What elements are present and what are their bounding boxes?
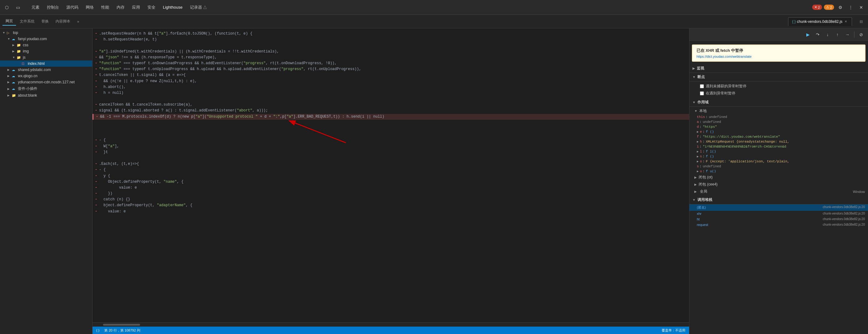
- var-expand-n[interactable]: ▶: [697, 155, 699, 158]
- callstack-name-request: request: [697, 223, 708, 227]
- code-line-29: - catch (n) {}: [93, 197, 689, 202]
- cloud-icon-shared: ☁: [12, 68, 17, 72]
- code-line-12: -: [93, 96, 689, 102]
- line-minus-19: -: [95, 137, 97, 143]
- tab-overrides[interactable]: 替换: [38, 18, 52, 25]
- tree-item-yijian[interactable]: ▶ ☁ 壹件·小插件: [0, 85, 92, 92]
- deactivate-breakpoints-button[interactable]: ⊘: [857, 30, 866, 39]
- line-content-2: h.setRequestHeader(e, t): [99, 37, 157, 43]
- settings-icon[interactable]: ⚙: [836, 3, 844, 12]
- folder-icon-js: 📁: [17, 56, 22, 60]
- breakpoint-caught-checkbox[interactable]: [700, 91, 704, 95]
- more-options-icon[interactable]: ⋮: [846, 3, 855, 12]
- tree-label-css: css: [23, 43, 28, 47]
- local-scope-header[interactable]: ▼ 本地: [689, 107, 868, 114]
- device-mode-icon[interactable]: ▭: [13, 3, 22, 12]
- tree-item-about-blank[interactable]: ▶ 📁 about:blank: [0, 92, 92, 99]
- step-button[interactable]: →: [843, 30, 851, 39]
- callstack-item-xhr[interactable]: xhr chunk-vendors.0db38e82.js:20: [689, 211, 868, 216]
- resume-button[interactable]: ▶: [804, 30, 812, 39]
- var-name-s: s: [697, 165, 699, 168]
- horizontal-scrollbar[interactable]: [93, 322, 689, 327]
- step-over-button[interactable]: ↷: [813, 30, 822, 39]
- line-minus-21: -: [95, 149, 97, 155]
- main-area: ▼ ▷ top ▼ ☁ fanyi.youdao.com ▶ 📁 css ▶ 📁…: [0, 28, 868, 334]
- var-expand-h[interactable]: ▶: [697, 140, 699, 143]
- tree-item-img[interactable]: ▶ 📁 img: [0, 48, 92, 54]
- tree-arrow-about: ▶: [7, 94, 12, 97]
- var-expand-o[interactable]: ▶: [697, 160, 699, 163]
- var-expand-l[interactable]: ▶: [697, 150, 699, 154]
- tree-item-shared[interactable]: ▶ ☁ shared.ydstatic.com: [0, 67, 92, 73]
- watch-arrow: ▶: [692, 67, 695, 70]
- tree-item-js[interactable]: ▼ 📁 js: [0, 54, 92, 60]
- menu-security[interactable]: 安全: [144, 3, 159, 11]
- var-expand-e[interactable]: ▶: [697, 130, 699, 134]
- tree-item-ydluna[interactable]: ▶ ☁ ydlunacommon-cdn.nosdn.127.net: [0, 79, 92, 85]
- tab-more[interactable]: »: [74, 18, 82, 25]
- line-minus-24: -: [95, 167, 97, 173]
- error-count-badge[interactable]: ✕ 2: [812, 5, 822, 10]
- callstack-item-request[interactable]: request chunk-vendors.0db38e82.js:20: [689, 222, 868, 227]
- closure-ot-header[interactable]: ▶ 闭包 (ot): [689, 174, 868, 181]
- global-scope-label: 全局: [700, 189, 707, 194]
- code-line-13: - cancelToken && t.cancelToken.subscribe…: [93, 102, 689, 108]
- top-menubar: ⬡ ▭ 元素 控制台 源代码 网络 性能 内存 应用 安全 Lighthouse…: [0, 0, 868, 15]
- menu-application[interactable]: 应用: [129, 3, 143, 11]
- var-expand-u[interactable]: ▶: [697, 169, 699, 173]
- code-line-21: - }t: [93, 149, 689, 155]
- panel-split-icon[interactable]: ⊟: [857, 17, 866, 26]
- line-minus-15: -: [96, 114, 98, 120]
- cloud-icon-ydluna: ☁: [12, 80, 17, 84]
- step-into-button[interactable]: ↓: [823, 30, 832, 39]
- close-devtools-icon[interactable]: ✕: [857, 3, 866, 12]
- tree-label-yijian: 壹件·小插件: [18, 86, 37, 91]
- devtools-icons: ⬡ ▭: [2, 3, 22, 12]
- file-tab-active[interactable]: { } chunk-vendors.0db38e82.js ✕: [788, 17, 852, 26]
- close-file-tab-button[interactable]: ✕: [844, 20, 848, 24]
- tree-arrow-wx: ▶: [7, 75, 12, 78]
- menu-performance[interactable]: 性能: [98, 3, 112, 11]
- cloud-icon-youdao: ☁: [12, 37, 17, 41]
- tree-item-top[interactable]: ▼ ▷ top: [0, 30, 92, 36]
- closure-cee4-header[interactable]: ▶ 闭包 (cee4): [689, 181, 868, 188]
- menu-lighthouse[interactable]: Lighthouse: [160, 4, 186, 11]
- line-minus-5: -: [95, 55, 97, 60]
- inspect-element-icon[interactable]: ⬡: [2, 3, 11, 12]
- menu-memory[interactable]: 内存: [114, 3, 128, 11]
- watch-section-header[interactable]: ▶ 监视: [689, 64, 868, 73]
- tree-item-youdao[interactable]: ▼ ☁ fanyi.youdao.com: [0, 36, 92, 42]
- tree-item-css[interactable]: ▶ 📁 css: [0, 42, 92, 48]
- line-content-23: .Each(st, (t,e)=>{: [99, 161, 139, 167]
- menu-elements[interactable]: 元素: [28, 3, 42, 11]
- line-minus-14: -: [95, 108, 97, 114]
- scope-section-header[interactable]: ▼ 作用域: [689, 98, 868, 107]
- tree-label-wx: wx.qlogo.cn: [18, 74, 37, 78]
- menu-console[interactable]: 控制台: [44, 3, 62, 11]
- tree-arrow-yijian: ▶: [7, 87, 12, 90]
- breakpoints-content: 遇到未捕获的异常时暂停 在遇到异常时暂停: [689, 82, 868, 98]
- global-scope-header[interactable]: ▶ 全局 Window: [689, 188, 868, 195]
- code-line-26: - Object.defineProperty(t, "name", {: [93, 179, 689, 185]
- call-stack-section-header[interactable]: ▼ 调用堆栈: [689, 196, 868, 204]
- breakpoints-section-header[interactable]: ▼ 断点: [689, 73, 868, 82]
- breakpoint-uncaught-checkbox[interactable]: [700, 84, 704, 88]
- tab-webpage[interactable]: 网页: [2, 17, 16, 26]
- tab-content-scripts[interactable]: 内容脚本: [53, 18, 73, 25]
- menu-recorder[interactable]: 记录器 △: [187, 3, 210, 11]
- callstack-item-ht[interactable]: ht chunk-vendors.0db38e82.js:20: [689, 216, 868, 222]
- cloud-icon-yijian: ☁: [12, 87, 17, 91]
- var-name-i: i: [697, 145, 699, 148]
- menu-network[interactable]: 网络: [83, 3, 97, 11]
- tree-item-index-html[interactable]: ▶ ⊡ index.html: [0, 60, 92, 67]
- var-value-this: undefined: [709, 115, 727, 119]
- tab-filesystem[interactable]: 文件系统: [17, 18, 38, 25]
- menu-sources[interactable]: 源代码: [63, 3, 82, 11]
- code-content[interactable]: - .setRequestHeader(n h && t["a"].forEac…: [93, 28, 689, 322]
- warning-count-badge[interactable]: ⚠ 2: [824, 5, 834, 10]
- step-out-button[interactable]: ↑: [833, 30, 842, 39]
- error-count: 2: [818, 5, 820, 9]
- tree-item-wx[interactable]: ▶ ☁ wx.qlogo.cn: [0, 73, 92, 79]
- h-scroll-thumb[interactable]: [103, 324, 140, 326]
- callstack-item-anonymous[interactable]: (匿名) chunk-vendors.0db38e82.js:20: [689, 204, 868, 211]
